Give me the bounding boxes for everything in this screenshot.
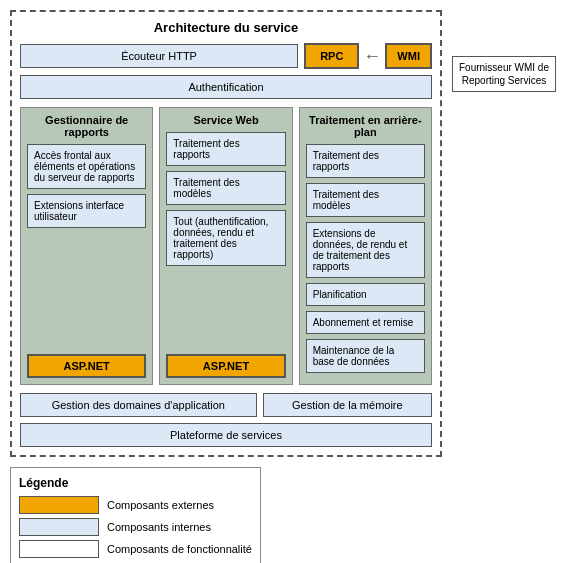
col-service-web: Service Web Traitement des rapports Trai…	[159, 107, 292, 385]
legend-swatch-blue	[19, 518, 99, 536]
main-title: Architecture du service	[20, 20, 432, 35]
col-traitement-box4: Planification	[306, 283, 425, 306]
gestion-memoire: Gestion de la mémoire	[263, 393, 432, 417]
legend-title: Légende	[19, 476, 252, 490]
col-traitement-title: Traitement en arrière-plan	[306, 114, 425, 138]
col-gestionnaire: Gestionnaire de rapports Accès frontal a…	[20, 107, 153, 385]
col-service-web-box1: Traitement des rapports	[166, 132, 285, 166]
legend-item-feature: Composants de fonctionnalité	[19, 540, 252, 558]
col-gestionnaire-title: Gestionnaire de rapports	[27, 114, 146, 138]
architecture-container: Architecture du service Écouteur HTTP RP…	[10, 10, 442, 457]
http-listener: Écouteur HTTP	[20, 44, 298, 68]
rpc-box: RPC	[304, 43, 359, 69]
col-service-web-box2: Traitement des modèles	[166, 171, 285, 205]
legend-swatch-white	[19, 540, 99, 558]
legend-item-external: Composants externes	[19, 496, 252, 514]
legend: Légende Composants externes Composants i…	[10, 467, 261, 563]
gestion-domaines: Gestion des domaines d'application	[20, 393, 257, 417]
col-traitement-box2: Traitement des modèles	[306, 183, 425, 217]
wmi-box: WMI	[385, 43, 432, 69]
platform-row: Plateforme de services	[20, 423, 432, 447]
arrow-left-icon: ←	[363, 46, 381, 67]
col-service-web-asp: ASP.NET	[166, 354, 285, 378]
col-traitement: Traitement en arrière-plan Traitement de…	[299, 107, 432, 385]
col-traitement-box1: Traitement des rapports	[306, 144, 425, 178]
wmi-provider-wrapper: Fournisseur WMI deReporting Services	[452, 56, 556, 92]
legend-label-internal: Composants internes	[107, 521, 211, 533]
col-traitement-box5: Abonnement et remise	[306, 311, 425, 334]
legend-label-external: Composants externes	[107, 499, 214, 511]
col-traitement-box6: Maintenance de la base de données	[306, 339, 425, 373]
legend-label-feature: Composants de fonctionnalité	[107, 543, 252, 555]
col-traitement-box3: Extensions de données, de rendu et de tr…	[306, 222, 425, 278]
legend-swatch-orange	[19, 496, 99, 514]
columns-container: Gestionnaire de rapports Accès frontal a…	[20, 107, 432, 385]
col-service-web-title: Service Web	[166, 114, 285, 126]
bottom-row: Gestion des domaines d'application Gesti…	[20, 393, 432, 417]
col-gestionnaire-box1: Accès frontal aux éléments et opérations…	[27, 144, 146, 189]
col-gestionnaire-box2: Extensions interface utilisateur	[27, 194, 146, 228]
col-gestionnaire-asp: ASP.NET	[27, 354, 146, 378]
col-service-web-box3: Tout (authentification, données, rendu e…	[166, 210, 285, 266]
wmi-provider-text: Fournisseur WMI deReporting Services	[459, 62, 549, 86]
auth-box: Authentification	[20, 75, 432, 99]
legend-item-internal: Composants internes	[19, 518, 252, 536]
wmi-provider-box: Fournisseur WMI deReporting Services	[452, 56, 556, 92]
